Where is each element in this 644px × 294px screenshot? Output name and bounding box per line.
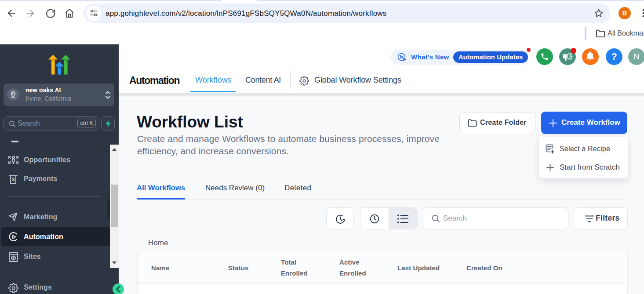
svg-text:$: $	[12, 177, 15, 182]
